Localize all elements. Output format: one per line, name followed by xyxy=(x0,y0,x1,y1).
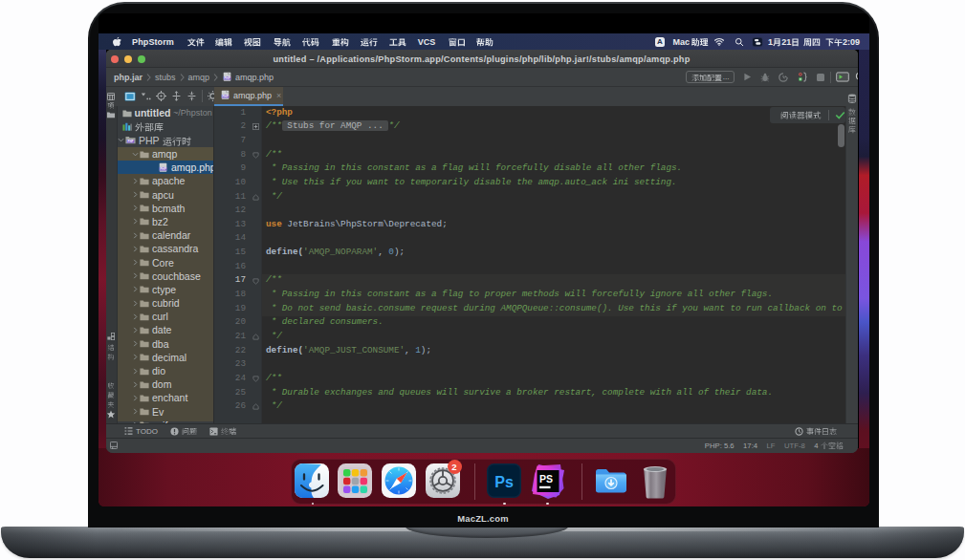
svg-text:PHP: PHP xyxy=(128,140,134,143)
svg-text:PS: PS xyxy=(539,473,553,485)
svg-text:PHP: PHP xyxy=(222,95,229,98)
svg-text:PHP: PHP xyxy=(224,76,230,80)
svg-text:PHP: PHP xyxy=(160,167,166,171)
svg-text:Ps: Ps xyxy=(494,474,514,490)
